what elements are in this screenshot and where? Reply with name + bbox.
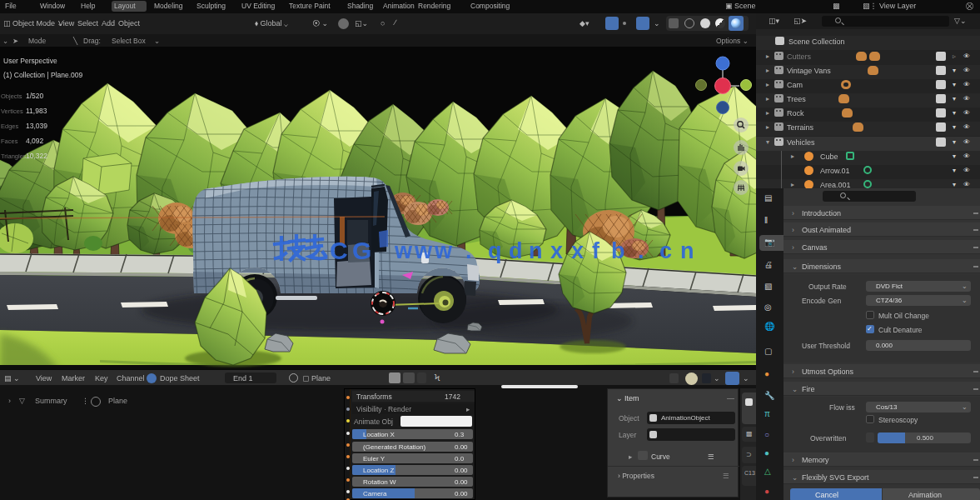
- svg-text:11,983: 11,983: [26, 107, 47, 115]
- svg-text:Objects: Objects: [1, 92, 22, 100]
- svg-text:13,039: 13,039: [26, 122, 47, 130]
- svg-text:.: .: [465, 238, 472, 263]
- svg-text:Triangles: Triangles: [1, 152, 27, 160]
- svg-text:x: x: [571, 238, 584, 263]
- svg-text:c: c: [659, 238, 672, 263]
- svg-text:(1) Collection | Plane.009: (1) Collection | Plane.009: [3, 71, 83, 79]
- svg-text:G: G: [352, 237, 371, 264]
- svg-text:.: .: [638, 238, 644, 263]
- svg-text:n: n: [529, 238, 543, 263]
- svg-text:Edges: Edges: [1, 122, 19, 130]
- svg-text:10,322: 10,322: [26, 152, 47, 160]
- svg-text:d: d: [509, 238, 523, 263]
- svg-text:q: q: [488, 238, 502, 263]
- svg-text:Vertices: Vertices: [1, 108, 23, 115]
- svg-text:n: n: [680, 238, 694, 263]
- svg-text:f: f: [592, 238, 600, 263]
- svg-text:Faces: Faces: [1, 138, 18, 145]
- svg-text:w: w: [414, 238, 433, 263]
- svg-text:b: b: [611, 238, 625, 263]
- svg-text:1/520: 1/520: [26, 92, 44, 100]
- svg-text:w: w: [394, 238, 413, 263]
- svg-text:x: x: [550, 238, 563, 263]
- svg-text:w: w: [434, 238, 453, 263]
- svg-text:C: C: [330, 237, 348, 264]
- svg-text:4,092: 4,092: [26, 137, 44, 145]
- svg-text:User Perspective: User Perspective: [3, 57, 57, 65]
